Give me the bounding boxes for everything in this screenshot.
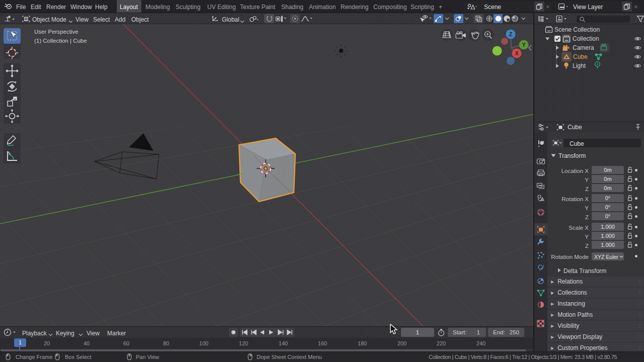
svg-text:Z: Z: [509, 32, 512, 37]
svg-text:Scene Collection: Scene Collection: [554, 26, 600, 33]
svg-text:Collection: Collection: [573, 35, 599, 42]
svg-text:Cube: Cube: [573, 53, 588, 60]
svg-text:(1) Collection | Cube: (1) Collection | Cube: [34, 38, 87, 44]
svg-text:Light: Light: [573, 62, 586, 69]
svg-text:Camera: Camera: [573, 44, 594, 51]
svg-text:X: X: [515, 51, 519, 56]
svg-text:User Perspective: User Perspective: [34, 29, 78, 35]
svg-text:Y: Y: [522, 42, 526, 48]
